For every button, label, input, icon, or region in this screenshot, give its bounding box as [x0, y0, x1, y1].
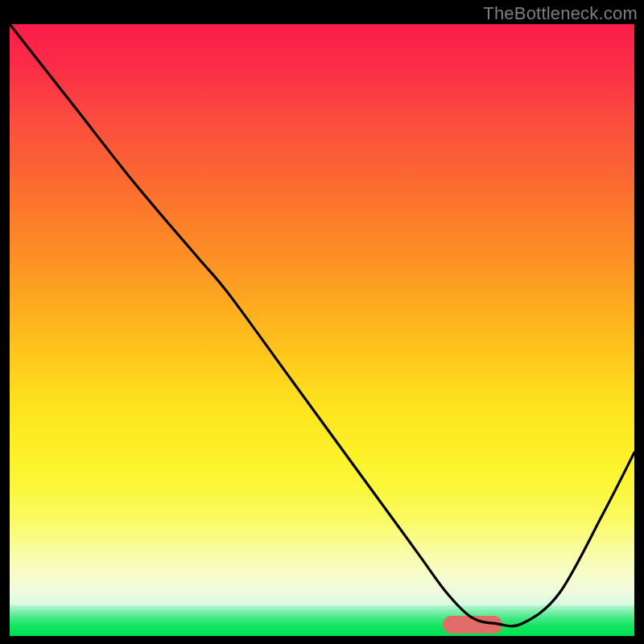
chart-frame: [10, 24, 634, 636]
attribution-text: TheBottleneck.com: [483, 3, 638, 24]
optimal-zone-strip: [10, 605, 634, 636]
plot-area: [10, 24, 634, 636]
optimal-marker: [443, 616, 502, 634]
heat-gradient: [10, 24, 634, 605]
